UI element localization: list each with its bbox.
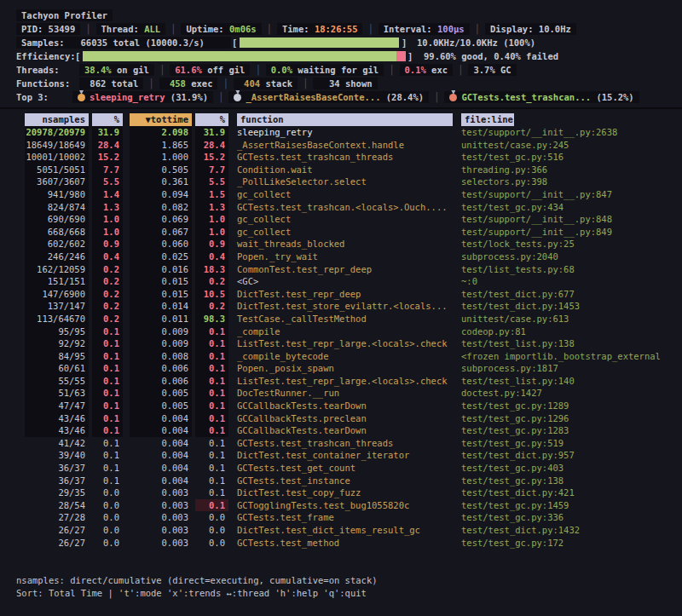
table-row: 51/630.10.0050.1DocTestRunner.__rundocte… — [25, 387, 682, 400]
cell-direct-percent: 0.1 — [92, 387, 123, 400]
top3-label: Top 3: — [16, 90, 72, 104]
cell-function: _PollLikeSelector.select — [228, 176, 461, 188]
cell-tottime: 0.015 — [130, 275, 192, 288]
title-line: Tachyon Profiler — [0, 9, 682, 22]
separator: │ — [475, 24, 480, 34]
cell-nsamples: 55/55 — [25, 375, 89, 388]
cell-function: Popen._posix_spawn — [228, 362, 461, 375]
cell-direct-percent: 1.0 — [92, 213, 123, 226]
table-row: 29/350.00.0030.1DictTest.test_copy_fuzzt… — [25, 486, 682, 499]
cell-file-line: test/test_gc.py:1283 — [461, 424, 674, 437]
cell-function: GCTests.test_get_count — [228, 462, 461, 475]
cell-function: sleeping_retry — [228, 126, 461, 139]
top3-percentage: (31.9%) — [165, 92, 209, 102]
cell-function: gc_collect — [228, 213, 461, 226]
separator: │ — [148, 78, 153, 89]
cell-direct-percent: 7.7 — [92, 164, 123, 176]
cell-cumulative-percent: 0.1 — [195, 400, 228, 412]
threads-label: Threads: — [16, 63, 79, 77]
cell-direct-percent: 0.0 — [92, 524, 123, 537]
cell-nsamples: 3607/3607 — [25, 176, 89, 188]
top3-line: Top 3:sleeping_retry (31.9%)│_AssertRais… — [0, 90, 682, 104]
cell-direct-percent: 0.2 — [92, 300, 123, 313]
cell-function: _compile — [228, 325, 461, 338]
tachyon-profiler-window: Tachyon Profiler PID: 53499│Thread: ALL│… — [0, 0, 682, 616]
cell-tottime: 0.006 — [130, 375, 192, 388]
cell-cumulative-percent: 0.1 — [195, 424, 228, 437]
segment-unit: GC — [495, 65, 512, 75]
cell-cumulative-percent: 0.1 — [195, 325, 228, 338]
column-header-tottime[interactable]: ▼tottime — [130, 113, 192, 126]
column-header-[interactable]: % — [195, 113, 228, 126]
separator: │ — [218, 92, 223, 102]
segment-unit: off gil — [202, 65, 246, 75]
top3-function-name: sleeping_retry — [90, 92, 165, 102]
cell-cumulative-percent: 18.3 — [195, 263, 228, 276]
cell-file-line: test/lock_tests.py:25 — [461, 238, 674, 250]
cell-tottime: 0.005 — [130, 400, 192, 412]
column-header-nsamples[interactable]: nsamples — [25, 113, 89, 126]
horizontal-divider — [0, 107, 682, 109]
efficiency-bar-open-bracket: [ — [75, 49, 80, 63]
cell-function: GCTests.test_trashcan_threads — [228, 437, 461, 450]
cell-file-line: test/test_gc.py:516 — [461, 151, 674, 164]
cell-function: _AssertRaisesBaseContext.handle — [228, 139, 461, 152]
cell-direct-percent: 0.1 — [92, 437, 123, 450]
cell-tottime: 0.006 — [130, 362, 192, 375]
cell-nsamples: 29/35 — [25, 486, 89, 499]
thread-stat-off-gil: 61.6% off gil — [170, 64, 250, 76]
cell-file-line: unittest/case.py:613 — [461, 313, 674, 325]
cell-cumulative-percent: 0.1 — [195, 462, 228, 475]
samples-bar-open-bracket: [ — [232, 36, 237, 49]
cell-nsamples: 28/54 — [25, 499, 89, 512]
cell-file-line: test/test_dict.py:421 — [461, 486, 674, 499]
cell-cumulative-percent: 98.3 — [195, 313, 228, 325]
cell-nsamples: 18649/18649 — [25, 139, 89, 152]
segment-value: 61.6% — [175, 65, 202, 75]
cell-cumulative-percent: 0.1 — [195, 337, 228, 350]
samples-bar-good-segment — [240, 37, 399, 48]
status-item-value: ALL — [144, 24, 160, 34]
cell-file-line: test/test_gc.py:172 — [461, 537, 674, 550]
segment-value: 404 — [239, 78, 260, 89]
cell-direct-percent: 0.2 — [92, 275, 123, 288]
cell-direct-percent: 5.5 — [92, 176, 123, 188]
cell-cumulative-percent: 0.4 — [195, 250, 228, 263]
cell-nsamples: 39/40 — [25, 449, 89, 462]
segment-value: 0.0% — [271, 65, 292, 75]
cell-function: Popen._try_wait — [228, 250, 461, 263]
status-item-thread: Thread: ALL — [96, 23, 166, 35]
column-header-function[interactable]: function — [237, 113, 453, 126]
cell-cumulative-percent: 31.9 — [195, 126, 228, 139]
status-item-value: 0m06s — [229, 24, 257, 34]
cell-cumulative-percent: 0.1 — [195, 387, 228, 400]
cell-function: GCTests.test_trashcan.<locals>.Ouch.... — [228, 201, 461, 214]
segment-unit: total — [106, 78, 138, 89]
cell-function: gc_collect — [228, 226, 461, 239]
separator: │ — [458, 65, 463, 75]
status-item-label: PID: — [21, 24, 49, 34]
cell-cumulative-percent: 0.2 — [195, 275, 228, 288]
cell-tottime: 1.000 — [130, 151, 192, 164]
cell-nsamples: 26/27 — [25, 524, 89, 537]
column-header-[interactable]: % — [92, 113, 123, 126]
status-item-value: 18:26:55 — [315, 24, 358, 34]
segment-value: 38.4% — [84, 65, 112, 75]
cell-tottime: 0.015 — [130, 288, 192, 301]
cell-tottime: 0.005 — [130, 387, 192, 400]
cell-file-line: test/support/__init__.py:2638 — [461, 126, 674, 139]
gold-medal-icon — [78, 94, 85, 101]
status-item-pid: PID: 53499 — [16, 23, 80, 35]
cell-function: Condition.wait — [228, 164, 461, 176]
cell-direct-percent: 0.9 — [92, 238, 123, 250]
cell-tottime: 1.865 — [130, 139, 192, 152]
cell-tottime: 0.009 — [130, 325, 192, 338]
thread-stat-on-gil: 38.4% on gil — [79, 64, 154, 76]
cell-tottime: 0.009 — [130, 337, 192, 350]
column-header-fileline[interactable]: file:line — [461, 113, 514, 126]
cell-function: CommonTest.test_repr_deep — [228, 263, 461, 276]
cell-direct-percent: 0.1 — [92, 325, 123, 338]
cell-tottime: 0.004 — [130, 412, 192, 425]
cell-function: <GC> — [228, 275, 461, 288]
table-row: 28/540.00.0030.1GCTogglingTests.test_bug… — [25, 499, 682, 512]
